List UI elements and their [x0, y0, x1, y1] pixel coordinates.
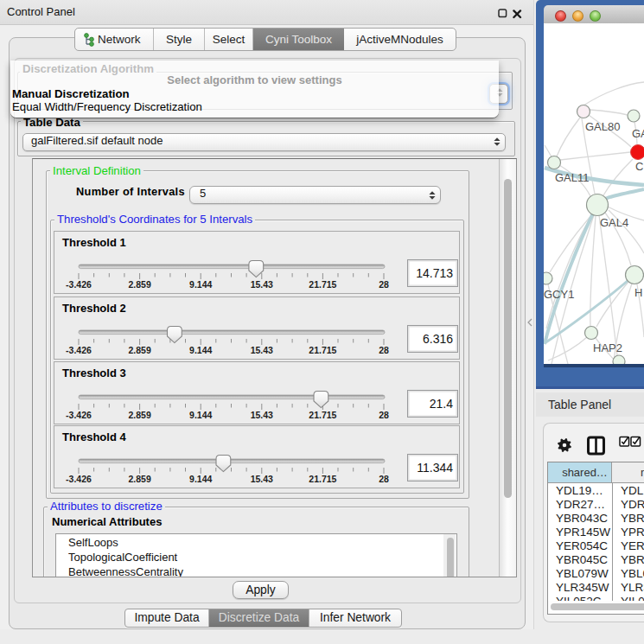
svg-text:GAL11: GAL11: [555, 171, 590, 184]
svg-text:21.715: 21.715: [309, 279, 336, 290]
svg-text:-3.426: -3.426: [66, 345, 92, 355]
svg-text:2.859: 2.859: [128, 410, 150, 420]
svg-text:-3.426: -3.426: [66, 474, 92, 484]
svg-text:15.43: 15.43: [251, 345, 273, 355]
svg-text:28: 28: [379, 345, 389, 355]
svg-text:15.43: 15.43: [251, 474, 273, 484]
svg-text:GAL4: GAL4: [600, 216, 628, 229]
svg-text:-3.426: -3.426: [66, 279, 92, 290]
svg-text:9.144: 9.144: [189, 474, 212, 484]
svg-text:28: 28: [379, 279, 389, 290]
svg-text:21.715: 21.715: [309, 474, 336, 484]
svg-text:2.859: 2.859: [128, 279, 150, 290]
svg-text:HAP2: HAP2: [593, 341, 622, 354]
svg-text:2.859: 2.859: [128, 345, 150, 355]
svg-text:H: H: [634, 286, 642, 299]
svg-text:GAL80: GAL80: [585, 120, 620, 133]
svg-text:21.715: 21.715: [309, 410, 336, 420]
svg-text:15.43: 15.43: [251, 279, 273, 290]
svg-text:9.144: 9.144: [189, 410, 212, 420]
svg-text:21.715: 21.715: [309, 345, 336, 355]
svg-text:28: 28: [379, 410, 389, 420]
svg-text:GA: GA: [632, 127, 644, 140]
svg-text:-3.426: -3.426: [66, 410, 92, 420]
svg-text:GCY1: GCY1: [544, 288, 574, 301]
svg-text:9.144: 9.144: [189, 279, 212, 290]
svg-text:28: 28: [379, 474, 389, 484]
svg-text:15.43: 15.43: [251, 410, 273, 420]
svg-text:2.859: 2.859: [128, 474, 150, 484]
svg-text:C: C: [635, 160, 643, 173]
svg-text:9.144: 9.144: [189, 345, 212, 355]
